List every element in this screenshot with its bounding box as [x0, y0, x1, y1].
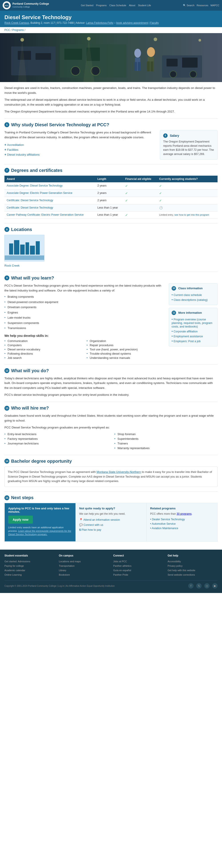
list-item: Factory representatives [4, 436, 108, 441]
footer-link[interactable]: Academic calendar [4, 569, 25, 571]
svg-point-22 [154, 38, 157, 41]
nav-get-started[interactable]: Get Started [81, 4, 93, 7]
footer-link[interactable]: Get started: Admissions [4, 560, 30, 563]
employers-post-link[interactable]: Employers: Post a job [174, 340, 201, 343]
employment-assistance-link[interactable]: Employment assistance [174, 335, 203, 338]
campus-link[interactable]: Rock Creek Campus [4, 21, 29, 25]
more-info-heading: 11 More information [172, 311, 215, 315]
who-hire-p1: Graduates have found work locally and th… [4, 413, 218, 423]
footer-col-student: Student essentials Get started: Admissio… [4, 554, 54, 577]
award-link[interactable]: Certificate: Diesel Service Technology [7, 206, 53, 209]
program-overview-link[interactable]: Program overview (course planning, requi… [172, 318, 212, 328]
faculty-link[interactable]: Faculty [150, 21, 159, 25]
list-item: Trouble-shooting diesel systems [86, 351, 164, 356]
msun-link[interactable]: Montana State University-Northern [97, 470, 141, 473]
nav-programs[interactable]: Programs [96, 4, 107, 7]
link-accreditation[interactable]: Accreditation [4, 142, 155, 147]
advising-appointment-link[interactable]: book advising appointment [116, 21, 148, 25]
list-item: Library [59, 568, 109, 572]
corporate-affiliation-link[interactable]: Corporate affiliation [174, 330, 197, 333]
footer-link[interactable]: Bookstore [59, 574, 70, 576]
class-descriptions-link[interactable]: Class descriptions (catalog) [174, 299, 208, 302]
footer-link[interactable]: Get help with this website [168, 569, 195, 571]
rock-creek-link[interactable]: Rock Creek [4, 264, 20, 267]
class-schedule-link[interactable]: Current class schedule [174, 293, 202, 297]
dealer-service-link[interactable]: Dealer Service Technology [152, 518, 185, 521]
nav-resources[interactable]: Resources [197, 4, 209, 7]
salary-box: 6 Salary The Oregon Employment Departmen… [160, 130, 218, 160]
footer-link[interactable]: Online Learning [4, 574, 22, 576]
class-info-box: 10 Class information Current class sched… [169, 283, 218, 305]
who-hire-heading: Who will hire me? [11, 406, 49, 411]
list-item: Following directions [4, 351, 82, 356]
link-affiliations[interactable]: Diesel industry affiliations [4, 152, 155, 157]
list-item: Panther Pride [113, 572, 163, 577]
connect-link[interactable]: Connect with us [83, 523, 103, 526]
award-cell: Career Pathway Certificate: Electric Pow… [4, 211, 95, 219]
twitter-x-icon[interactable]: 𝕏 [196, 583, 201, 589]
intro-p1: Diesel engines are used in trucks, tract… [4, 86, 218, 95]
youtube-icon[interactable]: ▶ [212, 583, 218, 589]
section-11-badge: 11 [172, 311, 176, 315]
nav-class-schedule[interactable]: Class Schedule [109, 4, 126, 7]
footer-link[interactable]: Library [59, 569, 66, 571]
award-link[interactable]: Certificate: Diesel Service Technology [7, 199, 53, 202]
list-item: Communication [4, 339, 82, 343]
footer-link[interactable]: Privacy policy [168, 564, 183, 567]
instagram-icon[interactable]: ◻ [204, 583, 210, 589]
list-item: Braking components [4, 294, 164, 300]
link-facilities[interactable]: Facilities [4, 147, 155, 152]
nav-mapcc[interactable]: MAPCC [211, 4, 219, 7]
page-title-bar: Diesel Service Technology Rock Creek Cam… [0, 11, 222, 27]
programs-count-link[interactable]: 30 programs [177, 512, 192, 516]
section-13-badge: 13 [4, 406, 9, 411]
advisor-link[interactable]: Larisa Fedorkova-Felty [86, 21, 113, 25]
col-length: Length [95, 176, 123, 182]
not-ready-subtitle: We can help you get the info you need. [79, 512, 143, 516]
automotive-service-link[interactable]: Automotive Service [152, 522, 176, 525]
list-item: Get started: Admissions [4, 559, 54, 563]
footer-link[interactable]: Panther athletics [113, 564, 132, 567]
more-info-box: 11 More information Program overview (co… [169, 308, 218, 346]
footer-link[interactable]: Panther Pride [113, 574, 128, 576]
apply-col: Applying to PCC is free and only takes a… [5, 503, 76, 541]
footer-link[interactable]: Transportation [59, 564, 75, 567]
footer-link[interactable]: Send website corrections [168, 574, 195, 576]
class-info-heading: 10 Class information [172, 286, 215, 290]
award-link[interactable]: Career Pathway Certificate: Electric Pow… [7, 213, 84, 216]
list-item: Superintendents [114, 436, 218, 441]
apply-now-button[interactable]: Apply now [8, 516, 33, 524]
page-title: Diesel Service Technology [4, 14, 218, 21]
learn-content: PCC's Diesel Service Technology program … [4, 283, 218, 360]
pcc-logo[interactable]: PCC [3, 1, 11, 9]
award-link[interactable]: Associate Degree: Diesel Service Technol… [7, 184, 63, 187]
breadcrumb-programs[interactable]: Programs [12, 28, 24, 32]
list-item: 💬 Connect with us [79, 522, 143, 527]
salary-box-container: 6 Salary The Oregon Employment Departmen… [160, 130, 218, 160]
footer-link[interactable]: Guía en español [113, 569, 131, 571]
svg-rect-8 [64, 49, 82, 60]
building-2 [14, 240, 19, 255]
list-item: Privacy policy [168, 563, 218, 568]
footer-link[interactable]: Jobs at PCC [113, 560, 127, 563]
table-row: Career Pathway Certificate: Electric Pow… [4, 211, 218, 219]
what-do-section: 12 What will you do? Today's diesel tech… [4, 368, 218, 397]
breadcrumb-pcc[interactable]: PCC [4, 28, 10, 32]
award-link[interactable]: Associate Degree: Electric Power Generat… [7, 191, 72, 194]
info-session-link[interactable]: Attend an information session [83, 518, 120, 521]
nav-student-life[interactable]: Student Life [138, 4, 151, 7]
nav-about[interactable]: About [129, 4, 136, 7]
pay-link[interactable]: Plan how to pay [81, 528, 101, 531]
footer-col-campus: On campus Locations and maps Transportat… [59, 554, 109, 577]
facebook-icon[interactable]: f [188, 583, 194, 589]
aviation-maintenance-link[interactable]: Aviation Maintenance [152, 527, 178, 530]
footer-link[interactable]: Accessibility [168, 560, 181, 563]
degrees-heading: Degrees and certificates [11, 168, 62, 173]
campus-map [4, 235, 44, 261]
footer-link[interactable]: Paying for college [4, 564, 24, 567]
list-item: Employers: Post a job [172, 339, 215, 343]
nav-search[interactable]: 🔍 Search [183, 4, 194, 7]
prereq-link[interactable]: Learn about the prerequisite requirement… [8, 530, 71, 536]
footer-link[interactable]: Locations and maps [59, 560, 81, 563]
building-3 [20, 245, 25, 255]
